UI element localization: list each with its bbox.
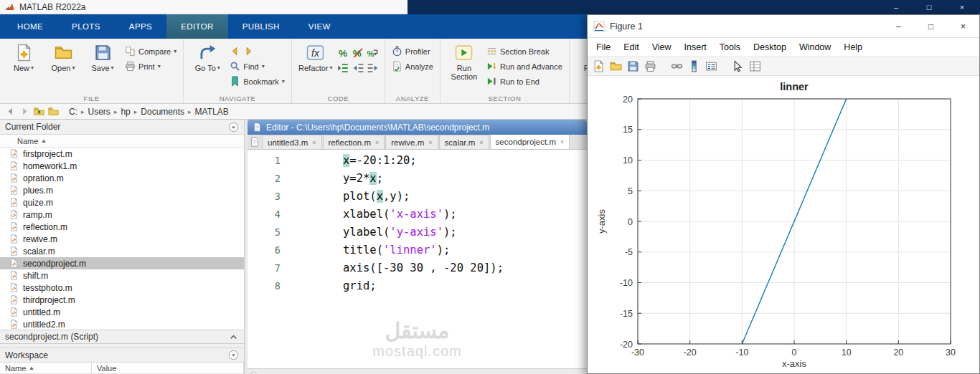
menu-insert[interactable]: Insert	[678, 42, 713, 52]
editor-tab-rewive-m[interactable]: rewive.m×	[385, 135, 438, 149]
current-folder-options-button[interactable]	[228, 122, 239, 133]
toolstrip-tab-view[interactable]: VIEW	[294, 14, 345, 39]
file-row-quize-m[interactable]: quize.m	[0, 196, 244, 208]
menu-desktop[interactable]: Desktop	[747, 42, 793, 52]
breadcrumb-item-documents[interactable]: Documents	[138, 107, 187, 117]
editor-tab-label: scalar.m	[445, 138, 476, 147]
breadcrumb-item-matlab[interactable]: MATLAB	[193, 107, 231, 117]
file-row-plues-m[interactable]: plues.m	[0, 184, 244, 196]
figure-close-button[interactable]: ×	[947, 15, 979, 37]
print-figure-button[interactable]	[644, 60, 656, 72]
tab-close-icon[interactable]: ×	[428, 139, 432, 146]
menu-file[interactable]: File	[590, 42, 617, 52]
toolstrip-tab-editor[interactable]: EDITOR	[166, 14, 228, 39]
forward-button[interactable]	[19, 106, 30, 117]
compare-button[interactable]: Compare▾	[123, 44, 178, 59]
menu-help[interactable]: Help	[837, 42, 869, 52]
insert-colorbar-button[interactable]	[688, 60, 700, 72]
section-break-button[interactable]: Section Break	[485, 44, 564, 59]
menu-view[interactable]: View	[646, 42, 678, 52]
run-section-button[interactable]: Run Section	[446, 41, 483, 92]
details-collapse-button[interactable]	[228, 332, 239, 342]
navigate-back-button[interactable]	[230, 46, 240, 57]
browse-folder-button[interactable]	[48, 106, 59, 117]
editor-tab-secondproject-m[interactable]: secondproject.m×	[490, 135, 570, 149]
breadcrumb-item-c[interactable]: C:	[67, 107, 80, 117]
breadcrumb-item-users[interactable]: Users	[86, 107, 113, 117]
svg-text:y-axis: y-axis	[596, 209, 607, 234]
breadcrumb-item-hp[interactable]: hp	[118, 107, 132, 117]
refactor-button[interactable]: fxRefactor▾	[297, 41, 334, 92]
file-row-scalar-m[interactable]: scalar.m	[0, 245, 244, 257]
file-row-thirdproject-m[interactable]: thirdproject.m	[0, 294, 244, 306]
file-row-reflection-m[interactable]: reflection.m	[0, 221, 244, 233]
name-column-header[interactable]: Name	[0, 135, 244, 148]
desktop-minimize-button[interactable]: –	[880, 0, 913, 14]
file-row-tesstphoto-m[interactable]: tesstphoto.m	[0, 282, 244, 294]
find-button[interactable]: Find▾	[228, 59, 286, 74]
edit-plot-button[interactable]	[732, 60, 744, 72]
open-file-button[interactable]	[610, 60, 622, 72]
tab-close-icon[interactable]: ×	[375, 139, 379, 146]
collapsed-panel-strip[interactable]	[248, 368, 587, 374]
file-row-firstproject-m[interactable]: firstproject.m	[0, 148, 244, 160]
navigate-forward-button[interactable]	[243, 46, 254, 57]
profiler-button[interactable]: Profiler	[390, 44, 435, 59]
indent-left-button[interactable]	[352, 62, 364, 75]
tab-close-icon[interactable]: ×	[479, 139, 483, 146]
open-button[interactable]: Open▾	[44, 41, 82, 92]
save-figure-button[interactable]	[627, 60, 639, 72]
toolstrip-tab-publish[interactable]: PUBLISH	[228, 14, 294, 39]
tab-close-icon[interactable]: ×	[312, 139, 316, 146]
file-row-rewive-m[interactable]: rewive.m	[0, 233, 244, 245]
analyze-button[interactable]: Analyze	[390, 59, 435, 74]
toolstrip-tab-apps[interactable]: APPS	[115, 14, 166, 39]
code-editor[interactable]: مستقل mostaql.com 1x=-20:1:20;2y=2*x;3pl…	[248, 150, 587, 368]
button-stack: Compare▾Print▾	[123, 41, 178, 92]
file-row-untitled-m[interactable]: untitled.m	[0, 306, 244, 318]
menu-edit[interactable]: Edit	[617, 42, 646, 52]
editor-tab-untitled3-m[interactable]: untitled3.m×	[262, 135, 322, 149]
print-button[interactable]: Print▾	[123, 59, 178, 74]
toolstrip-tab-plots[interactable]: PLOTS	[57, 14, 115, 39]
workspace-name-column[interactable]: Name	[0, 363, 92, 373]
file-row-ramp-m[interactable]: ramp.m	[0, 208, 244, 221]
desktop-maximize-button[interactable]: □	[913, 0, 946, 14]
file-row-homework1-m[interactable]: homework1.m	[0, 160, 244, 172]
new-figure-button[interactable]	[593, 60, 605, 72]
run-to-end-button[interactable]: Run to End	[485, 74, 564, 89]
workspace-value-column[interactable]: Value	[92, 363, 244, 373]
file-row-secondproject-m[interactable]: secondproject.m	[0, 257, 244, 269]
indent-right-button[interactable]	[367, 62, 380, 75]
tab-close-icon[interactable]: ×	[560, 138, 564, 145]
toolstrip-tab-home[interactable]: HOME	[3, 14, 57, 39]
link-plot-button[interactable]	[671, 60, 683, 72]
insert-legend-button[interactable]	[705, 60, 717, 72]
bookmark-button[interactable]: Bookmark▾	[228, 74, 286, 89]
file-row-opration-m[interactable]: opration.m	[0, 172, 244, 184]
comment-button[interactable]: %	[336, 47, 349, 59]
menu-tools[interactable]: Tools	[713, 42, 747, 52]
new-button[interactable]: New▾	[5, 41, 42, 92]
wrap-comment-button[interactable]: %	[367, 47, 380, 59]
editor-tab-scalar-m[interactable]: scalar.m×	[439, 135, 489, 149]
figure-maximize-button[interactable]: □	[915, 15, 947, 37]
file-row-shift-m[interactable]: shift.m	[0, 269, 244, 282]
save-button[interactable]: Save▾	[84, 41, 121, 92]
menu-window[interactable]: Window	[793, 42, 837, 52]
go-to-button[interactable]: Go To▾	[189, 41, 226, 92]
up-one-level-button[interactable]	[34, 106, 44, 117]
run-and-advance-button[interactable]: Run and Advance	[485, 59, 564, 74]
uncomment-button[interactable]: %	[352, 47, 364, 59]
property-inspector-button[interactable]	[749, 60, 761, 72]
file-name: untitled2.m	[23, 320, 65, 330]
smart-indent-button[interactable]	[336, 62, 349, 75]
file-name: plues.m	[23, 186, 53, 196]
run-button[interactable]: Run▾	[575, 41, 587, 92]
desktop-close-button[interactable]: ×	[946, 0, 979, 14]
back-button[interactable]	[5, 106, 16, 117]
editor-tab-reflection-m[interactable]: reflection.m×	[323, 135, 385, 149]
file-row-untitled2-m[interactable]: untitled2.m	[0, 318, 244, 330]
workspace-options-button[interactable]	[228, 350, 239, 360]
figure-minimize-button[interactable]: –	[882, 15, 915, 37]
